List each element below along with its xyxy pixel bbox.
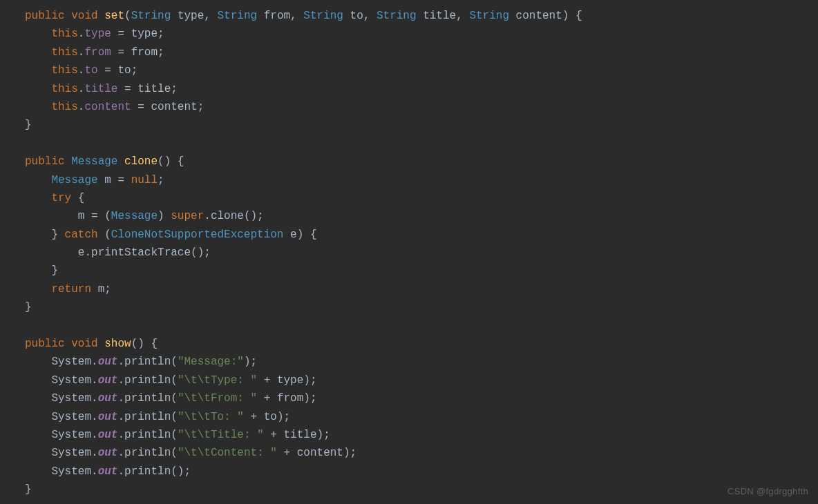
ident-system: System [51, 356, 91, 368]
code-line: this.to = to; [25, 64, 137, 77]
code-line: } [25, 483, 32, 496]
code-line: e.printStackTrace(); [25, 246, 211, 259]
type-string: String [131, 10, 171, 22]
code-line: System.out.println("\t\tContent: " + con… [25, 447, 356, 459]
code-line: System.out.println(); [25, 465, 191, 478]
type-message: Message [71, 155, 117, 168]
keyword-return: return [51, 283, 91, 295]
keyword-catch: catch [65, 229, 98, 241]
method-printstacktrace: printStackTrace [91, 246, 191, 259]
code-line: Message m = null; [25, 174, 164, 186]
field-out: out [98, 356, 118, 368]
code-line: try { [25, 192, 84, 204]
keyword-public: public [25, 10, 65, 22]
code-line: System.out.println("\t\tFrom: " + from); [25, 392, 317, 405]
code-line: System.out.println("\t\tTo: " + to); [25, 411, 290, 423]
type-clonenotsupportedexception: CloneNotSupportedException [111, 229, 284, 241]
code-line: } [25, 119, 32, 131]
method-show: show [104, 338, 131, 350]
code-line: public void show() { [25, 338, 158, 350]
code-line: } [25, 264, 58, 277]
code-line: public Message clone() { [25, 155, 184, 168]
method-set: set [104, 10, 124, 22]
string-literal: "Message:" [178, 356, 244, 368]
code-line: System.out.println("Message:"); [25, 356, 257, 368]
keyword-this: this [51, 28, 77, 40]
keyword-null: null [131, 174, 158, 186]
method-println: println [124, 356, 171, 368]
keyword-try: try [51, 192, 71, 204]
code-line: public void set(String type, String from… [25, 10, 582, 22]
code-line: return m; [25, 283, 111, 295]
code-line: this.content = content; [25, 101, 204, 113]
keyword-void: void [71, 10, 97, 22]
keyword-super: super [171, 210, 204, 222]
code-line: System.out.println("\t\tTitle: " + title… [25, 429, 330, 441]
code-line: } [25, 301, 32, 313]
code-line: this.from = from; [25, 46, 164, 59]
code-line: } catch (CloneNotSupportedException e) { [25, 229, 317, 241]
code-editor[interactable]: public void set(String type, String from… [0, 0, 818, 504]
code-line: m = (Message) super.clone(); [25, 210, 264, 222]
code-line: System.out.println("\t\tType: " + type); [25, 374, 317, 387]
method-clone: clone [124, 155, 158, 168]
code-line: this.title = title; [25, 83, 178, 95]
code-line: this.type = type; [25, 28, 164, 40]
